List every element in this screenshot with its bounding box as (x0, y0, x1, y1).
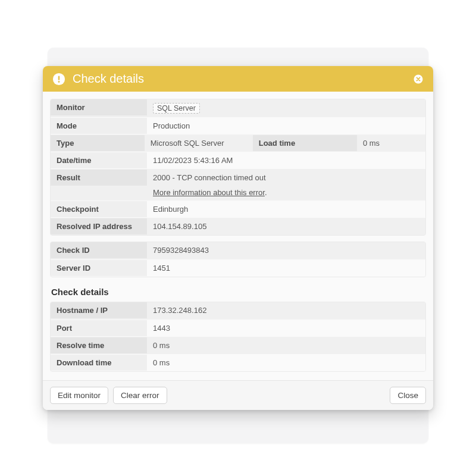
downloadtime-value: 0 ms (147, 355, 425, 371)
details-table: Hostname / IP 173.32.248.162 Port 1443 R… (50, 302, 426, 372)
close-icon[interactable] (413, 74, 424, 84)
clear-error-button[interactable]: Clear error (113, 387, 167, 404)
loadtime-label: Load time (253, 135, 357, 151)
table-row: Resolved IP address 104.154.89.105 (51, 218, 425, 235)
monitor-chip[interactable]: SQL Server (153, 103, 200, 114)
table-row: Type Microsoft SQL Server Load time 0 ms (51, 134, 425, 152)
modal-footer: Edit monitor Clear error Close (43, 380, 433, 410)
table-row: Resolve time 0 ms (51, 337, 425, 354)
more-info-link[interactable]: More information about this error (153, 188, 265, 197)
resolvetime-label: Resolve time (51, 337, 147, 353)
table-row: Mode Production (51, 117, 425, 134)
datetime-value: 11/02/2023 5:43:16 AM (147, 152, 425, 168)
close-button[interactable]: Close (390, 387, 426, 404)
alert-icon (52, 73, 65, 86)
table-row: Check ID 7959328493843 (51, 242, 425, 259)
table-row: Checkpoint Edinburgh (51, 201, 425, 218)
svg-point-3 (58, 81, 60, 83)
type-label: Type (51, 135, 145, 151)
table-row: Monitor SQL Server (51, 99, 425, 117)
table-row: Hostname / IP 173.32.248.162 (51, 302, 425, 320)
checkpoint-value: Edinburgh (147, 201, 425, 217)
footer-spacer (172, 387, 386, 404)
check-details-modal: Check details Monitor SQL Server Mode Pr… (43, 66, 433, 410)
table-row: Port 1443 (51, 320, 425, 337)
result-label: Result (51, 170, 147, 186)
table-row: Server ID 1451 (51, 259, 425, 277)
svg-rect-2 (58, 76, 60, 80)
resolvetime-value: 0 ms (147, 337, 425, 353)
mode-label: Mode (51, 118, 147, 134)
resolvedip-label: Resolved IP address (51, 218, 147, 234)
edit-monitor-button[interactable]: Edit monitor (50, 387, 108, 404)
summary-table: Monitor SQL Server Mode Production Type … (50, 99, 426, 236)
details-section-title: Check details (50, 283, 426, 302)
hostname-label: Hostname / IP (51, 302, 147, 318)
checkid-label: Check ID (51, 242, 147, 258)
modal-header: Check details (43, 66, 433, 92)
datetime-label: Date/time (51, 152, 147, 168)
ids-table: Check ID 7959328493843 Server ID 1451 (50, 242, 426, 277)
hostname-value: 173.32.248.162 (147, 302, 425, 318)
type-value: Microsoft SQL Server (145, 135, 253, 151)
table-row: Download time 0 ms (51, 354, 425, 371)
checkpoint-label: Checkpoint (51, 201, 147, 217)
resolvedip-value: 104.154.89.105 (147, 218, 425, 234)
serverid-value: 1451 (147, 260, 425, 276)
port-value: 1443 (147, 320, 425, 336)
port-label: Port (51, 320, 147, 336)
table-row: Date/time 11/02/2023 5:43:16 AM (51, 152, 425, 169)
monitor-label: Monitor (51, 99, 147, 115)
downloadtime-label: Download time (51, 355, 147, 371)
modal-body: Monitor SQL Server Mode Production Type … (43, 92, 433, 380)
loadtime-value: 0 ms (357, 135, 425, 151)
result-value: 2000 - TCP connection timed out More inf… (147, 170, 425, 201)
serverid-label: Server ID (51, 260, 147, 276)
table-row: Result 2000 - TCP connection timed out M… (51, 169, 425, 201)
monitor-value: SQL Server (147, 99, 425, 117)
checkid-value: 7959328493843 (147, 242, 425, 258)
result-text: 2000 - TCP connection timed out (153, 173, 419, 182)
mode-value: Production (147, 118, 425, 134)
modal-title: Check details (73, 72, 406, 86)
